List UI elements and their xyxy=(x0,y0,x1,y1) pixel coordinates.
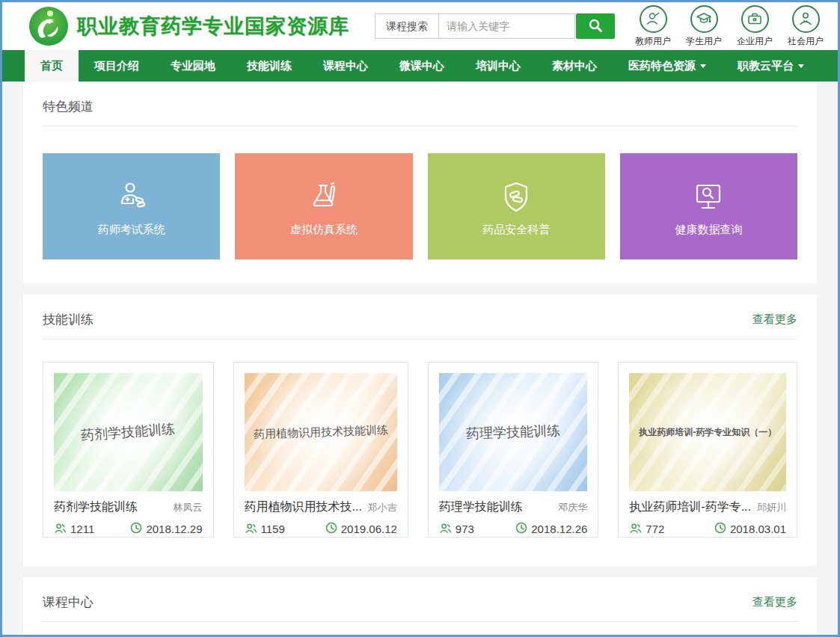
social-user-icon xyxy=(792,5,820,33)
course-cover-text: 药用植物识用技术技能训练 xyxy=(248,422,393,442)
page: 职业教育药学专业国家资源库 课程搜索 xyxy=(0,0,840,637)
course-cover-text: 药理学技能训练 xyxy=(462,422,565,443)
course-views: 772 xyxy=(629,523,664,536)
course-views-count: 1159 xyxy=(261,523,285,535)
featured-card-health-data[interactable]: 健康数据查询 xyxy=(620,153,797,259)
course-title: 药用植物识用技术技... xyxy=(245,499,362,515)
course-card[interactable]: 药用植物识用技术技能训练 药用植物识用技术技... 郑小吉 1 xyxy=(233,362,408,538)
social-user-label: 社会用户 xyxy=(788,35,824,48)
featured-card-virtual-simulation[interactable]: 虚拟仿真系统 xyxy=(235,153,412,259)
monitor-search-icon xyxy=(690,176,726,215)
courses-view-more-link[interactable]: 查看更多 xyxy=(752,595,797,609)
course-views-count: 1211 xyxy=(70,523,94,535)
skills-section: 技能训练 查看更多 药剂学技能训练 药剂学技能训练 林凤云 xyxy=(23,295,817,566)
nav-item-vocational-cloud-label: 职教云平台 xyxy=(738,59,794,73)
divider xyxy=(43,126,797,126)
site-logo-icon xyxy=(29,7,68,46)
people-icon xyxy=(439,523,452,536)
courses-section: 课程中心 查看更多 xyxy=(23,577,817,637)
nav-item-medical-resources-label: 医药特色资源 xyxy=(628,59,696,73)
course-date-value: 2019.06.12 xyxy=(341,523,397,535)
nav-item-project-intro[interactable]: 项目介绍 xyxy=(79,50,155,81)
course-card[interactable]: 药理学技能训练 药理学技能训练 邓庆华 973 xyxy=(428,362,599,538)
shield-pills-icon xyxy=(498,176,534,215)
courses-section-title: 课程中心 xyxy=(43,594,93,611)
course-views: 1159 xyxy=(245,523,285,536)
course-author: 邱妍川 xyxy=(757,501,786,514)
caret-down-icon xyxy=(700,64,706,68)
search-button[interactable] xyxy=(576,13,615,39)
search-input[interactable] xyxy=(439,13,575,39)
course-card[interactable]: 执业药师培训-药学专业知识（一） 执业药师培训-药学专... 邱妍川 xyxy=(618,362,797,538)
course-author: 邓庆华 xyxy=(558,501,587,514)
course-title: 药理学技能训练 xyxy=(439,499,523,515)
course-date: 2018.12.29 xyxy=(130,522,202,536)
course-cover: 药理学技能训练 xyxy=(439,373,588,491)
featured-card-label: 药品安全科普 xyxy=(482,223,550,237)
site-title: 职业教育药学专业国家资源库 xyxy=(77,13,349,40)
featured-card-label: 虚拟仿真系统 xyxy=(290,223,358,237)
enterprise-user-label: 企业用户 xyxy=(737,35,773,48)
featured-card-drug-safety[interactable]: 药品安全科普 xyxy=(428,153,605,259)
skills-view-more-link[interactable]: 查看更多 xyxy=(752,313,797,327)
course-author: 林凤云 xyxy=(174,501,203,514)
user-entries: 教师用户 学生用户 xyxy=(631,5,827,48)
course-cover: 执业药师培训-药学专业知识（一） xyxy=(629,373,786,491)
enterprise-user-icon xyxy=(741,5,769,33)
people-icon xyxy=(54,523,67,536)
divider xyxy=(43,339,797,339)
people-icon xyxy=(245,523,257,536)
enterprise-user-button[interactable]: 企业用户 xyxy=(733,5,776,48)
featured-card-label: 药师考试系统 xyxy=(98,223,165,237)
search-bar: 课程搜索 xyxy=(375,13,615,39)
course-cover-text: 执业药师培训-药学专业知识（一） xyxy=(634,426,781,439)
course-date: 2018.03.01 xyxy=(714,522,786,536)
course-date-value: 2018.03.01 xyxy=(730,523,786,535)
teacher-user-button[interactable]: 教师用户 xyxy=(631,5,675,48)
nav-item-microcourse-center[interactable]: 微课中心 xyxy=(384,50,460,81)
course-date-value: 2018.12.26 xyxy=(531,523,587,535)
teacher-user-label: 教师用户 xyxy=(635,35,671,48)
featured-card-pharmacist-exam[interactable]: 药师考试系统 xyxy=(43,153,220,259)
student-user-label: 学生用户 xyxy=(686,35,722,48)
course-date: 2019.06.12 xyxy=(325,522,397,536)
nav-item-vocational-cloud[interactable]: 职教云平台 xyxy=(722,50,820,81)
header: 职业教育药学专业国家资源库 课程搜索 xyxy=(2,2,838,50)
nav-item-major-garden[interactable]: 专业园地 xyxy=(155,50,231,81)
course-views-count: 772 xyxy=(646,523,664,535)
course-cover: 药剂学技能训练 xyxy=(54,373,203,491)
nav-item-medical-resources[interactable]: 医药特色资源 xyxy=(613,50,722,81)
student-user-button[interactable]: 学生用户 xyxy=(682,5,726,48)
caret-down-icon xyxy=(798,64,804,68)
course-views-count: 973 xyxy=(456,523,474,535)
divider xyxy=(43,621,797,622)
course-views: 973 xyxy=(439,523,474,536)
flask-icon xyxy=(306,176,342,215)
people-icon xyxy=(629,523,642,536)
pharmacist-icon xyxy=(114,176,150,215)
nav-item-training-center[interactable]: 培训中心 xyxy=(460,50,536,81)
course-date-value: 2018.12.29 xyxy=(146,523,202,535)
course-cover: 药用植物识用技术技能训练 xyxy=(245,373,397,491)
course-cover-text: 药剂学技能训练 xyxy=(76,419,180,445)
skills-section-title: 技能训练 xyxy=(43,311,93,328)
featured-card-label: 健康数据查询 xyxy=(675,223,742,237)
clock-icon xyxy=(130,522,142,536)
teacher-user-icon xyxy=(640,5,667,33)
search-category-label: 课程搜索 xyxy=(375,13,439,39)
nav-item-course-center[interactable]: 课程中心 xyxy=(307,50,384,81)
course-title: 执业药师培训-药学专... xyxy=(629,499,751,515)
search-icon xyxy=(588,18,603,35)
course-date: 2018.12.26 xyxy=(515,522,587,536)
featured-section-title: 特色频道 xyxy=(43,98,93,115)
social-user-button[interactable]: 社会用户 xyxy=(784,5,827,48)
nav-item-skill-training[interactable]: 技能训练 xyxy=(231,50,307,81)
student-user-icon xyxy=(690,5,718,33)
course-author: 郑小吉 xyxy=(368,501,397,514)
clock-icon xyxy=(714,522,726,536)
course-card[interactable]: 药剂学技能训练 药剂学技能训练 林凤云 1211 xyxy=(43,362,214,538)
nav-item-home[interactable]: 首页 xyxy=(25,50,79,81)
course-title: 药剂学技能训练 xyxy=(54,499,138,515)
main-nav: 首页 项目介绍 专业园地 技能训练 课程中心 微课中心 培训中心 素材中心 医药… xyxy=(2,50,838,81)
nav-item-material-center[interactable]: 素材中心 xyxy=(536,50,613,81)
